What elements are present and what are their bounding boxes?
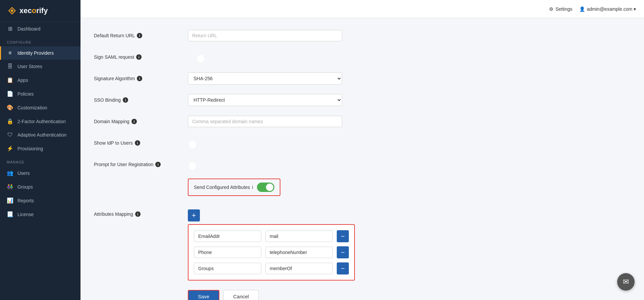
sign-saml-info-icon[interactable]: i [136, 54, 142, 60]
sidebar-item-customization[interactable]: 🎨 Customization [0, 101, 80, 114]
sso-binding-control: HTTP-Redirect HTTP-POST [188, 94, 342, 106]
attr-key-2[interactable] [194, 263, 261, 274]
attributes-mapping-label-text: Attributes Mapping [94, 211, 133, 217]
settings-button[interactable]: ⚙ Settings [549, 6, 573, 12]
default-return-url-label-text: Default Return URL [94, 33, 135, 38]
send-configured-text: Send Configured Attributes [194, 185, 250, 190]
signature-algorithm-control: SHA-256 SHA-1 SHA-512 [188, 72, 342, 85]
configure-section-label: Configure [0, 36, 80, 46]
attributes-mapping-info-icon[interactable]: i [135, 211, 141, 217]
adaptive-auth-icon: 🛡 [7, 132, 13, 138]
remove-attribute-0-button[interactable]: − [337, 230, 349, 242]
sidebar-groups-label: Groups [17, 184, 33, 190]
save-button[interactable]: Save [188, 290, 219, 300]
sidebar-policies-label: Policies [17, 91, 34, 97]
sidebar-item-groups[interactable]: 👫 Groups [0, 180, 80, 194]
content-area: Default Return URL i Sign SAML request i [80, 18, 644, 300]
domain-mapping-label-text: Domain Mapping [94, 119, 129, 124]
sidebar-item-license[interactable]: 📃 License [0, 207, 80, 221]
sidebar-item-adaptive-auth[interactable]: 🛡 Adaptive Authentication [0, 128, 80, 142]
user-menu[interactable]: 👤 admin@example.com ▾ [579, 6, 636, 12]
sign-saml-label: Sign SAML request i [94, 54, 188, 60]
groups-icon: 👫 [7, 184, 13, 190]
domain-mapping-input[interactable] [188, 116, 342, 127]
two-factor-icon: 🔒 [7, 118, 13, 124]
logo: xecorify [0, 0, 80, 22]
send-configured-info-icon[interactable]: i [252, 185, 253, 190]
signature-algorithm-label: Signature Algorithm i [94, 76, 188, 81]
sso-binding-info-icon[interactable]: i [123, 97, 128, 103]
domain-mapping-info-icon[interactable]: i [131, 119, 137, 124]
sidebar-item-users[interactable]: 👥 Users [0, 166, 80, 180]
main-area: ⚙ Settings 👤 admin@example.com ▾ Default… [80, 0, 644, 300]
sidebar: xecorify ⊞ Dashboard Configure ≡ Identit… [0, 0, 80, 300]
default-return-url-info-icon[interactable]: i [137, 33, 142, 38]
provisioning-icon: ⚡ [7, 145, 13, 152]
sidebar-two-factor-label: 2-Factor Authentication [17, 119, 66, 124]
sidebar-license-label: License [17, 212, 34, 217]
attr-key-1[interactable] [194, 247, 261, 258]
show-idp-row: Show IdP to Users i [94, 136, 631, 150]
sidebar-item-two-factor[interactable]: 🔒 2-Factor Authentication [0, 114, 80, 128]
default-return-url-input[interactable] [188, 30, 342, 41]
default-return-url-row: Default Return URL i [94, 28, 631, 43]
prompt-registration-label: Prompt for User Registration i [94, 162, 188, 167]
signature-algorithm-row: Signature Algorithm i SHA-256 SHA-1 SHA-… [94, 71, 631, 86]
settings-label: Settings [555, 6, 573, 12]
signature-algorithm-info-icon[interactable]: i [137, 76, 142, 81]
prompt-registration-row: Prompt for User Registration i [94, 157, 631, 172]
manage-section-label: Manage [0, 155, 80, 166]
remove-attribute-2-button[interactable]: − [337, 262, 349, 274]
attr-value-2[interactable] [265, 263, 333, 274]
sidebar-item-reports[interactable]: 📊 Reports [0, 194, 80, 207]
add-attribute-button[interactable]: + [188, 209, 200, 221]
show-idp-label-text: Show IdP to Users [94, 140, 133, 146]
send-configured-slider [257, 183, 274, 192]
attr-value-1[interactable] [265, 247, 333, 258]
sidebar-reports-label: Reports [17, 198, 34, 203]
sidebar-item-provisioning[interactable]: ⚡ Provisioning [0, 142, 80, 155]
attribute-row-0: − [194, 230, 349, 242]
attributes-mapping-box: − − − [188, 224, 355, 281]
sso-binding-select[interactable]: HTTP-Redirect HTTP-POST [188, 94, 342, 106]
sidebar-users-label: Users [17, 170, 30, 176]
signature-algorithm-select[interactable]: SHA-256 SHA-1 SHA-512 [188, 72, 342, 85]
sidebar-user-stores-label: User Stores [17, 64, 42, 69]
signature-algorithm-label-text: Signature Algorithm [94, 76, 135, 81]
logo-text: xecorify [19, 6, 48, 15]
chat-fab-button[interactable]: ✉ [617, 273, 635, 291]
sidebar-item-identity-providers[interactable]: ≡ Identity Providers [0, 46, 80, 60]
reports-icon: 📊 [7, 197, 13, 204]
default-return-url-control [188, 30, 342, 41]
attr-value-0[interactable] [265, 231, 333, 242]
sidebar-customization-label: Customization [17, 105, 47, 110]
sidebar-item-user-stores[interactable]: 🗄 User Stores [0, 60, 80, 73]
show-idp-info-icon[interactable]: i [135, 140, 140, 146]
chat-icon: ✉ [623, 278, 629, 286]
prompt-registration-label-text: Prompt for User Registration [94, 162, 153, 167]
license-icon: 📃 [7, 211, 13, 217]
send-configured-highlight-box: Send Configured Attributes i [188, 179, 280, 196]
identity-icon: ≡ [7, 50, 13, 56]
users-icon: 👥 [7, 170, 13, 176]
sign-saml-control [188, 54, 342, 60]
show-idp-control [188, 140, 342, 146]
cancel-button[interactable]: Cancel [223, 290, 259, 300]
sidebar-item-dashboard[interactable]: ⊞ Dashboard [0, 22, 80, 36]
policies-icon: 📄 [7, 91, 13, 97]
topbar: ⚙ Settings 👤 admin@example.com ▾ [80, 0, 644, 18]
prompt-registration-info-icon[interactable]: i [155, 162, 161, 167]
remove-attribute-1-button[interactable]: − [337, 246, 349, 258]
send-configured-toggle[interactable] [257, 183, 274, 192]
sidebar-adaptive-label: Adaptive Authentication [17, 132, 66, 138]
sso-binding-label: SSO Binding i [94, 97, 188, 103]
sidebar-item-policies[interactable]: 📄 Policies [0, 87, 80, 101]
sidebar-apps-label: Apps [17, 78, 28, 83]
attribute-row-1: − [194, 246, 349, 258]
sidebar-item-apps[interactable]: 📋 Apps [0, 73, 80, 87]
domain-mapping-control [188, 116, 342, 127]
prompt-registration-control [188, 161, 342, 167]
domain-mapping-row: Domain Mapping i [94, 114, 631, 129]
send-configured-row: Send Configured Attributes i [94, 179, 631, 203]
attr-key-0[interactable] [194, 231, 261, 242]
